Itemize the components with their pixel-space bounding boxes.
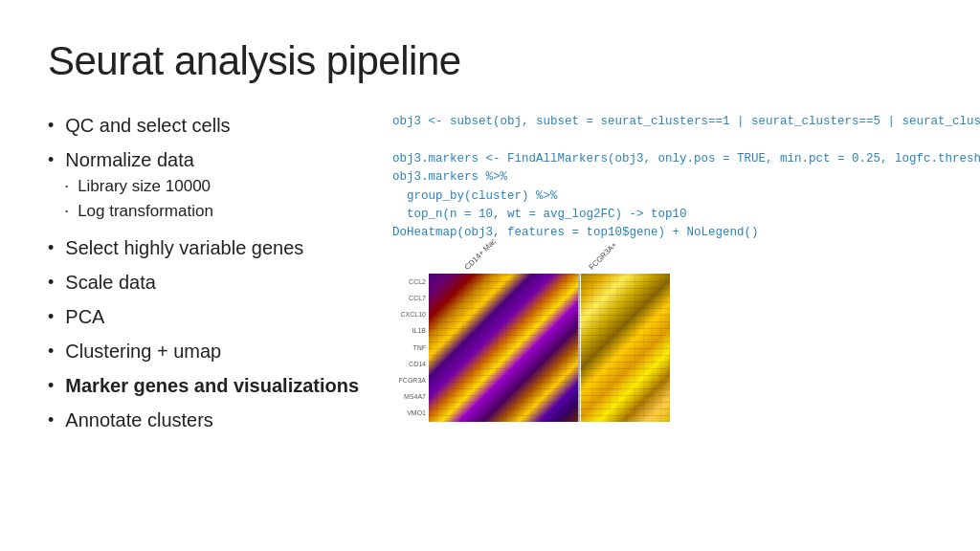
bullet-dot: • (48, 341, 54, 363)
bullet-dot: • (48, 409, 54, 431)
ylabel-5: TNF (412, 344, 426, 351)
sub-list-item: • Library size 10000 (65, 176, 213, 197)
bullet-text: Normalize data • Library size 10000 • Lo… (65, 147, 213, 226)
heatmap-ylabels: CCL2 CCL7 CXCL10 IL1B TNF CD14 FCGR3A MS… (392, 274, 429, 422)
list-item-normalize: • Normalize data • Library size 10000 • … (48, 147, 373, 226)
bullet-dot: • (48, 237, 54, 259)
ylabel-2: CCL7 (409, 295, 426, 301)
bullet-text: Annotate clusters (65, 408, 213, 432)
content-area: • QC and select cells • Normalize data •… (48, 113, 932, 522)
list-item-hvg: • Select highly variable genes (48, 235, 373, 260)
bullet-text: QC and select cells (65, 113, 230, 138)
list-item-clustering: • Clustering + umap (48, 339, 373, 364)
list-item-pca: • PCA (48, 304, 373, 329)
bullet-text: Select highly variable genes (65, 235, 303, 260)
bullet-dot: • (48, 306, 54, 328)
heatmap-top-labels: CD14+ Mac FCGR3A+ (392, 256, 670, 274)
sub-list: • Library size 10000 • Log transformatio… (65, 176, 213, 222)
list-item-annotate: • Annotate clusters (48, 408, 373, 432)
bullet-list: • QC and select cells • Normalize data •… (48, 113, 373, 432)
ylabel-4: IL1B (412, 327, 426, 334)
sub-bullet-dot: • (65, 182, 68, 191)
ylabel-8: MS4A7 (404, 393, 426, 400)
code-block: obj3 <- subset(obj, subset = seurat_clus… (392, 113, 980, 243)
bullet-text: Clustering + umap (65, 339, 221, 364)
ylabel-7: FCGR3A (399, 377, 426, 384)
heatmap-label-right: FCGR3A+ (588, 240, 619, 272)
sub-list-item: • Log transformation (65, 201, 213, 222)
heatmap-plot (429, 274, 670, 422)
ylabel-1: CCL2 (409, 278, 426, 285)
heatmap-visualization: CD14+ Mac FCGR3A+ CCL2 CCL7 CXCL10 IL1B … (392, 256, 670, 419)
list-item-scale: • Scale data (48, 270, 373, 295)
bullet-dot: • (48, 375, 54, 397)
list-item-qc: • QC and select cells (48, 113, 373, 138)
ylabel-9: VMO1 (407, 409, 426, 416)
heatmap-divider (578, 274, 580, 422)
bullet-dot: • (48, 272, 54, 294)
bullet-text: Marker genes and visualizations (65, 373, 359, 398)
bullet-dot: • (48, 149, 54, 171)
ylabel-3: CXCL10 (401, 311, 426, 318)
heatmap-overlay (429, 274, 670, 422)
sub-bullet-dot: • (65, 207, 68, 216)
list-item-marker: • Marker genes and visualizations (48, 373, 373, 398)
left-column: • QC and select cells • Normalize data •… (48, 113, 373, 522)
bullet-text: PCA (65, 304, 104, 329)
heatmap-body: CCL2 CCL7 CXCL10 IL1B TNF CD14 FCGR3A MS… (392, 274, 670, 422)
ylabel-6: CD14 (409, 361, 426, 367)
bullet-text: Scale data (65, 270, 156, 295)
slide: Seurat analysis pipeline • QC and select… (0, 0, 980, 551)
bullet-dot: • (48, 115, 54, 137)
right-column: obj3 <- subset(obj, subset = seurat_clus… (392, 113, 980, 522)
heatmap-container: CD14+ Mac FCGR3A+ CCL2 CCL7 CXCL10 IL1B … (392, 256, 980, 419)
slide-title: Seurat analysis pipeline (48, 38, 932, 84)
